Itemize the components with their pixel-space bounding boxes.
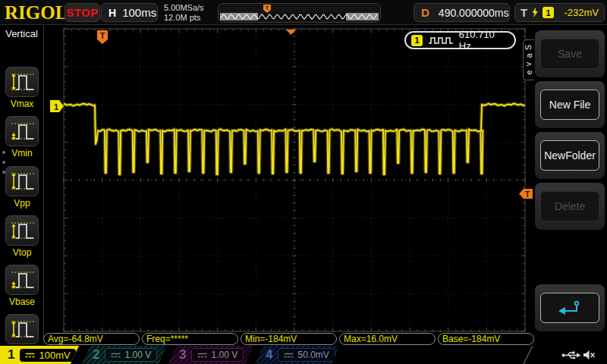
dc-coupling-icon — [111, 352, 121, 359]
new-file-button[interactable]: New File — [540, 89, 599, 120]
menu-item-vbase[interactable]: Vbase — [2, 265, 42, 307]
softkey-slot-new-folder: NewFolder — [535, 132, 605, 179]
scroll-indicator — [2, 151, 5, 174]
channel-status-bar: 1100mV21.00 V31.00 V450.0mV — [0, 346, 607, 364]
trigger-source-badge: 1 — [543, 7, 554, 18]
memory-depth: 12.0M pts — [164, 13, 204, 23]
vmin-label: Vmin — [2, 148, 42, 158]
svg-text:1: 1 — [54, 102, 58, 111]
svg-text:T: T — [266, 5, 269, 11]
delay-readout: D 490.000000ms — [414, 3, 510, 22]
vmin-button[interactable] — [5, 116, 39, 146]
trigger-readout: T 1 -232mV — [514, 3, 605, 22]
channel-number: 2 — [93, 347, 99, 362]
counter-source-badge: 1 — [411, 35, 423, 46]
dc-coupling-icon — [284, 352, 294, 359]
run-state-badge[interactable]: STOP — [64, 3, 100, 22]
avg-readout: Avg=-64.8mV — [43, 333, 140, 345]
dc-coupling-icon — [25, 352, 35, 359]
channel-number: 1 — [8, 347, 14, 362]
status-separator — [521, 346, 536, 364]
channel-1-tab[interactable]: 1100mV — [0, 346, 79, 364]
menu-tab-save: Save — [523, 39, 534, 80]
top-bar: RIGOL STOP H 100ms 5.00MSa/s 12.0M pts T… — [0, 0, 607, 25]
trigger-level-value: -232mV — [564, 7, 599, 18]
trigger-label: T — [521, 6, 527, 19]
menu-item-vmin[interactable]: Vmin — [2, 116, 42, 158]
graticule-display: 1TT — [0, 0, 607, 364]
h-label: H — [109, 7, 116, 19]
channel-scale: 1.00 V — [191, 348, 244, 362]
channel-scale: 1.00 V — [105, 348, 157, 362]
channel-scale: 100mV — [20, 349, 75, 362]
channel-number: 4 — [266, 347, 272, 362]
channel-4-tab[interactable]: 450.0mV — [255, 346, 340, 364]
trigger-time-marker[interactable]: T — [97, 30, 108, 44]
memory-position-bar[interactable]: T — [218, 3, 381, 23]
min-readout: Min=-184mV — [241, 333, 337, 345]
waveform-trace — [64, 103, 525, 174]
vpp-icon — [8, 168, 36, 194]
dc-coupling-icon — [197, 352, 207, 359]
channel-scale: 50.0mV — [278, 348, 335, 362]
vmax-icon — [8, 69, 36, 95]
freq-readout: Freq=***** — [142, 333, 238, 345]
waveform-glow — [64, 103, 525, 174]
new-folder-button[interactable]: NewFolder — [540, 140, 599, 171]
vbase-label: Vbase — [2, 297, 42, 307]
rigol-logo: RIGOL — [5, 2, 68, 24]
frequency-counter: 1 610.710 Hz — [404, 31, 516, 49]
timebase-value: 100ms — [122, 6, 156, 19]
channel-number: 3 — [179, 347, 186, 362]
vpp-label: Vpp — [2, 198, 42, 209]
vbase-button[interactable] — [5, 265, 39, 295]
softkey-slot-back — [535, 284, 605, 331]
menu-item-vmax[interactable]: Vmax — [2, 67, 42, 109]
svg-text:T: T — [525, 190, 530, 199]
return-arrow-icon — [557, 299, 583, 317]
softkey-slot-new-file: New File — [535, 81, 605, 128]
svg-text:T: T — [100, 31, 105, 40]
channel-2-tab[interactable]: 21.00 V — [82, 346, 167, 364]
oscilloscope-screen: RIGOL STOP H 100ms 5.00MSa/s 12.0M pts T… — [0, 0, 607, 364]
trigger-level-marker[interactable]: T — [519, 189, 533, 199]
horizontal-timebase-box[interactable]: H 100ms — [101, 3, 158, 22]
usb-icon — [561, 350, 581, 360]
sample-rate: 5.00MSa/s — [164, 3, 204, 13]
softkey-slot-delete: Delete — [535, 183, 605, 230]
vtop-button[interactable] — [5, 215, 39, 246]
vmin-icon — [8, 118, 36, 144]
softkey-menu: SaveNew FileNewFolderDelete — [533, 25, 607, 339]
counter-value: 610.710 Hz — [459, 29, 509, 52]
vpp-button[interactable] — [5, 166, 39, 196]
channel-1-ground-marker[interactable]: 1 — [50, 100, 64, 112]
trigger-slope-icon — [531, 7, 539, 18]
vtop-label: Vtop — [2, 247, 42, 258]
menu-item-vtop[interactable]: Vtop — [2, 215, 42, 258]
graticule — [64, 29, 525, 331]
delete-button[interactable]: Delete — [540, 191, 599, 221]
softkey-slot-save: Save — [535, 30, 605, 77]
trigger-position-marker[interactable] — [286, 30, 296, 35]
delay-label: D — [421, 6, 429, 19]
menu-title: Vertical — [0, 25, 43, 39]
acquisition-info: 5.00MSa/s 12.0M pts — [164, 3, 204, 22]
max-readout: Max=16.0mV — [339, 333, 436, 345]
vmax-label: Vmax — [2, 99, 42, 109]
menu-item-vpp[interactable]: Vpp — [2, 166, 42, 209]
base-readout: Base=-184mV — [438, 333, 534, 345]
back-button[interactable] — [540, 293, 599, 323]
vertical-measure-menu: Vertical VmaxVminVppVtopVbaseVamp — [0, 25, 44, 339]
speaker-muted-icon — [583, 350, 596, 360]
square-wave-icon — [427, 35, 454, 46]
vbase-icon — [8, 267, 36, 293]
vamp-button[interactable] — [5, 314, 39, 344]
vmax-button[interactable] — [5, 67, 39, 97]
vamp-icon — [8, 316, 36, 342]
delay-value: 490.000000ms — [439, 7, 509, 19]
save-button[interactable]: Save — [540, 39, 599, 69]
vtop-icon — [8, 218, 36, 243]
channel-3-tab[interactable]: 31.00 V — [168, 346, 253, 364]
